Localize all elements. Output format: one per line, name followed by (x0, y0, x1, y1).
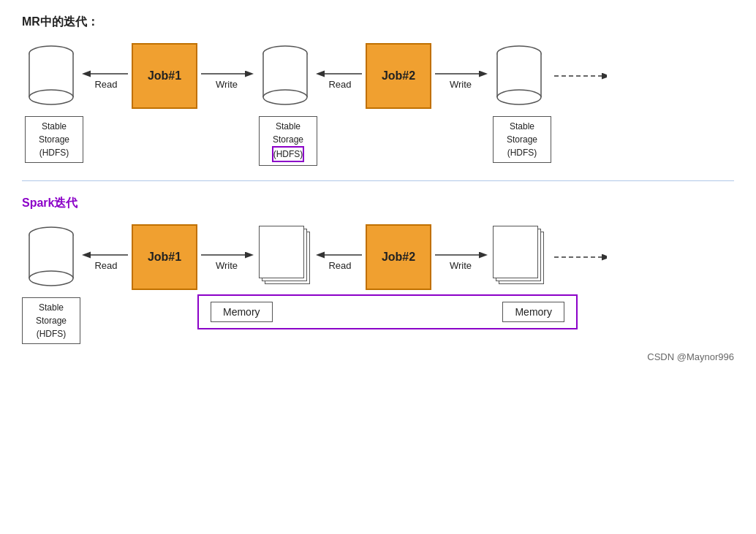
mr-dashed-arrow (548, 69, 607, 83)
spark-arrow-write-1: Write (197, 244, 256, 271)
memory-box-1: Memory (211, 302, 273, 322)
mr-title: MR中的迭代： (22, 15, 734, 30)
mr-section: MR中的迭代： Read Job#1 (22, 15, 734, 166)
mr-storage-row: StableStorage(HDFS) StableStorage(HDFS) … (22, 113, 734, 166)
svg-point-24 (29, 271, 73, 286)
write-label-2: Write (450, 79, 472, 90)
read-label-1: Read (94, 79, 117, 90)
mr-arrow-read-2: Read (314, 63, 366, 90)
memory-container: Memory Memory (197, 294, 734, 329)
mr-storage-3: StableStorage(HDFS) (493, 113, 551, 163)
spark-pages-2 (490, 224, 548, 290)
spark-pages-1 (256, 224, 314, 290)
spark-title: Spark迭代 (22, 196, 734, 211)
mr-arrow-write-1: Write (197, 63, 256, 90)
mr-arrow-read-1: Read (80, 63, 132, 90)
mr-arrow-write-2: Write (431, 63, 490, 90)
memory-box-2: Memory (502, 302, 564, 322)
read-label-2: Read (328, 79, 351, 90)
spark-storage-1: StableStorage(HDFS) (22, 294, 80, 344)
spark-read-label-2: Read (328, 260, 351, 271)
mr-cylinder-1 (22, 43, 80, 109)
spark-write-label-2: Write (450, 260, 472, 271)
credit-text: CSDN @Maynor996 (22, 351, 734, 362)
mr-job1-box: Job#1 (132, 43, 197, 109)
svg-point-18 (497, 90, 541, 104)
spark-dashed-arrow (548, 250, 607, 264)
mr-cylinder-2 (256, 43, 314, 109)
svg-point-4 (29, 90, 73, 104)
mr-cylinder-3 (490, 43, 548, 109)
spark-section: Spark迭代 Read Job#1 (22, 196, 734, 344)
spark-read-label-1: Read (94, 260, 117, 271)
spark-write-label-1: Write (216, 260, 238, 271)
mr-job2-box: Job#2 (366, 43, 431, 109)
svg-point-11 (263, 90, 307, 104)
spark-arrow-read-2: Read (314, 244, 366, 271)
spark-job2-box: Job#2 (366, 224, 431, 290)
mr-storage-2: StableStorage(HDFS) (259, 113, 317, 166)
spark-arrow-read-1: Read (80, 244, 132, 271)
mr-storage-1: StableStorage(HDFS) (25, 113, 83, 163)
write-label-1: Write (216, 79, 238, 90)
spark-arrow-write-2: Write (431, 244, 490, 271)
spark-job1-box: Job#1 (132, 224, 197, 290)
spark-bottom-row: StableStorage(HDFS) Memory Memory (22, 294, 734, 344)
section-divider (22, 180, 734, 181)
spark-cylinder-1 (22, 224, 80, 290)
